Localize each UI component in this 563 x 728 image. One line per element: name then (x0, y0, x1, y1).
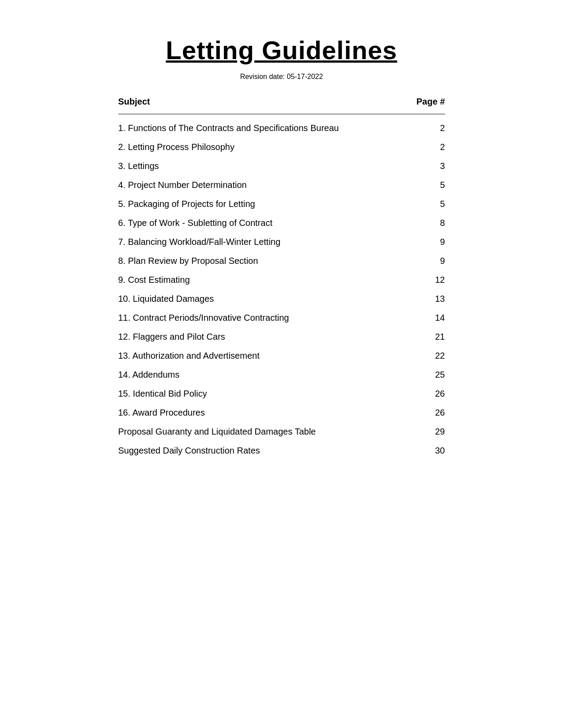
toc-row: 1. Functions of The Contracts and Specif… (118, 119, 445, 138)
toc-row: Proposal Guaranty and Liquidated Damages… (118, 422, 445, 441)
toc-row: 14. Addendums25 (118, 365, 445, 384)
toc-item-label: 15. Identical Bid Policy (118, 389, 427, 399)
toc-item-label: 16. Award Procedures (118, 408, 427, 418)
toc-row: 8. Plan Review by Proposal Section9 (118, 251, 445, 270)
toc-row: 2. Letting Process Philosophy2 (118, 138, 445, 157)
toc-item-page: 22 (427, 351, 445, 361)
toc-item-label: 5. Packaging of Projects for Letting (118, 199, 427, 209)
toc-item-label: 8. Plan Review by Proposal Section (118, 256, 427, 266)
toc-item-label: 3. Lettings (118, 161, 427, 171)
toc-item-label: Suggested Daily Construction Rates (118, 446, 427, 456)
toc-row: 11. Contract Periods/Innovative Contract… (118, 308, 445, 327)
toc-item-label: 13. Authorization and Advertisement (118, 351, 427, 361)
toc-row: 7. Balancing Workload/Fall-Winter Lettin… (118, 233, 445, 251)
toc-item-label: 10. Liquidated Damages (118, 294, 427, 304)
toc-item-label: 1. Functions of The Contracts and Specif… (118, 123, 427, 133)
toc-item-page: 9 (427, 256, 445, 266)
toc-item-page: 25 (427, 370, 445, 380)
toc-item-label: 7. Balancing Workload/Fall-Winter Lettin… (118, 237, 427, 247)
toc-row: 4. Project Number Determination5 (118, 176, 445, 195)
toc-list: 1. Functions of The Contracts and Specif… (118, 119, 445, 460)
toc-item-page: 26 (427, 389, 445, 399)
toc-row: 16. Award Procedures26 (118, 403, 445, 422)
toc-item-label: 14. Addendums (118, 370, 427, 380)
toc-row: Suggested Daily Construction Rates30 (118, 441, 445, 460)
toc-item-page: 8 (427, 218, 445, 228)
toc-item-page: 13 (427, 294, 445, 304)
page-title: Letting Guidelines (118, 35, 445, 65)
toc-item-page: 30 (427, 446, 445, 456)
toc-row: 9. Cost Estimating12 (118, 270, 445, 289)
toc-row: 3. Lettings3 (118, 157, 445, 176)
toc-item-label: 12. Flaggers and Pilot Cars (118, 332, 427, 342)
revision-date: Revision date: 05-17-2022 (118, 73, 445, 81)
toc-divider (118, 114, 445, 114)
toc-item-label: 11. Contract Periods/Innovative Contract… (118, 313, 427, 323)
toc-subject-label: Subject (118, 97, 150, 107)
toc-item-label: 2. Letting Process Philosophy (118, 142, 427, 152)
toc-row: 13. Authorization and Advertisement22 (118, 346, 445, 365)
toc-row: 5. Packaging of Projects for Letting5 (118, 195, 445, 214)
toc-header: Subject Page # (118, 97, 445, 111)
toc-item-page: 3 (427, 161, 445, 171)
toc-page-label: Page # (416, 97, 445, 107)
toc-row: 6. Type of Work - Subletting of Contract… (118, 214, 445, 233)
toc-item-page: 5 (427, 180, 445, 190)
toc-item-page: 2 (427, 123, 445, 133)
toc-item-page: 14 (427, 313, 445, 323)
toc-item-page: 21 (427, 332, 445, 342)
toc-row: 12. Flaggers and Pilot Cars21 (118, 327, 445, 346)
toc-item-label: 6. Type of Work - Subletting of Contract (118, 218, 427, 228)
toc-item-page: 2 (427, 142, 445, 152)
toc-item-label: 9. Cost Estimating (118, 275, 427, 285)
toc-item-page: 12 (427, 275, 445, 285)
page-container: Letting Guidelines Revision date: 05-17-… (83, 0, 480, 495)
toc-row: 15. Identical Bid Policy26 (118, 384, 445, 403)
toc-item-page: 26 (427, 408, 445, 418)
toc-item-label: Proposal Guaranty and Liquidated Damages… (118, 427, 427, 437)
toc-item-page: 5 (427, 199, 445, 209)
toc-item-page: 9 (427, 237, 445, 247)
toc-row: 10. Liquidated Damages13 (118, 289, 445, 308)
toc-item-page: 29 (427, 427, 445, 437)
toc-item-label: 4. Project Number Determination (118, 180, 427, 190)
